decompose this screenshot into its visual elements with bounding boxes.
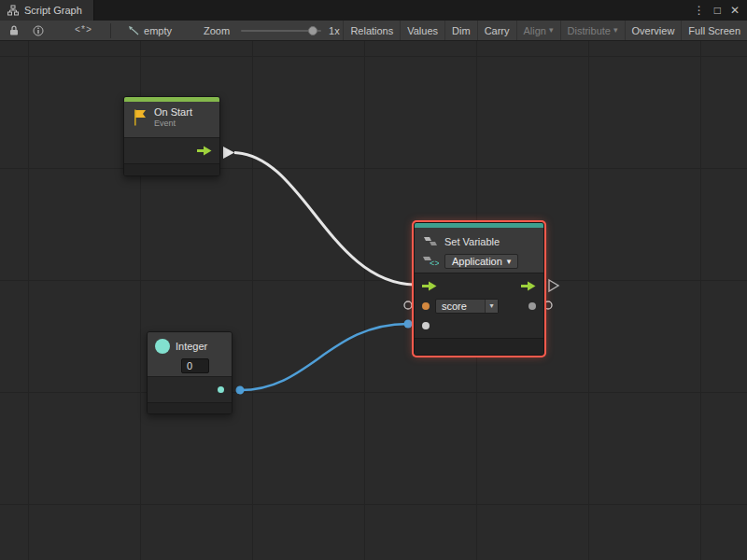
close-icon[interactable]: ✕ (730, 4, 740, 17)
script-graph-window: Script Graph ⋮ □ ✕ <*> empty Zoom 1x Re (0, 0, 747, 560)
zoom-value: 1x (329, 25, 340, 36)
zoom-label: Zoom (204, 25, 230, 36)
name-port-dot[interactable] (422, 302, 430, 310)
integer-out-port-dot[interactable] (218, 386, 224, 393)
overview-button[interactable]: Overview (625, 21, 682, 40)
chevron-down-icon: ▾ (549, 26, 554, 35)
dim-button[interactable]: Dim (444, 21, 477, 40)
flag-icon (132, 108, 148, 127)
align-dropdown-button[interactable]: Align▾ (516, 21, 560, 40)
carry-button[interactable]: Carry (477, 21, 516, 40)
values-button[interactable]: Values (400, 21, 444, 40)
wire-integer-to-setvariable[interactable] (240, 324, 408, 390)
node-integer[interactable]: Integer 0 (147, 331, 233, 414)
flow-out-cap-triangle[interactable] (549, 280, 558, 291)
node-title: Integer (176, 341, 207, 352)
code-icon[interactable]: <*> (75, 25, 92, 35)
lock-icon[interactable] (6, 22, 22, 39)
selection-label: empty (144, 25, 172, 36)
chevron-down-icon: ▾ (485, 300, 498, 313)
node-subtitle: Event (154, 119, 192, 128)
name-port-row: score ▾ (415, 296, 543, 315)
flow-in-port-icon[interactable] (422, 281, 437, 291)
variable-name-dropdown[interactable]: score ▾ (435, 299, 499, 314)
zoom-slider[interactable] (241, 30, 321, 32)
flow-port-row (415, 276, 543, 296)
wire-cap-integer-out (236, 386, 245, 395)
kebab-menu-icon[interactable]: ⋮ (694, 4, 705, 17)
wire-onstart-to-setvariable[interactable] (234, 153, 415, 286)
full-screen-button[interactable]: Full Screen (681, 21, 747, 40)
value-out-cap-circle[interactable] (544, 301, 552, 309)
flow-out-port-icon[interactable] (521, 281, 536, 291)
variables-icon (422, 236, 439, 247)
chevron-down-icon: ▾ (613, 26, 618, 35)
selection-indicator: empty (128, 25, 172, 36)
node-on-start[interactable]: On Start Event (123, 96, 220, 176)
chevron-down-icon: ▾ (507, 258, 512, 266)
tab-label: Script Graph (24, 5, 82, 16)
info-icon[interactable] (30, 22, 47, 39)
toolbar-separator (110, 23, 111, 38)
distribute-dropdown-button[interactable]: Distribute▾ (560, 21, 625, 40)
svg-text:<>: <> (430, 259, 439, 267)
object-icon: <> (422, 256, 439, 267)
graph-canvas[interactable]: On Start Event (0, 41, 747, 560)
title-bar: Script Graph ⋮ □ ✕ (0, 0, 747, 21)
pointer-arrow-icon (128, 25, 139, 35)
node-set-variable[interactable]: Set Variable <> Application ▾ (414, 222, 544, 356)
flow-out-port-icon[interactable] (197, 146, 212, 156)
node-title: On Start (154, 106, 192, 118)
zoom-slider-knob[interactable] (308, 26, 317, 35)
graph-toolbar: <*> empty Zoom 1x Relations Values Dim C… (0, 21, 747, 41)
maximize-icon[interactable]: □ (714, 4, 721, 17)
input-port-row (415, 315, 543, 335)
relations-button[interactable]: Relations (343, 21, 400, 40)
connections-layer (0, 41, 747, 560)
wire-cap-setvariable-in (404, 320, 413, 329)
integer-type-icon (155, 339, 170, 354)
node-title: Set Variable (444, 236, 500, 247)
value-out-port-dot[interactable] (529, 302, 536, 310)
graph-icon (7, 5, 19, 16)
wire-start-cap-triangle (223, 147, 234, 159)
value-in-cap-circle[interactable] (404, 301, 412, 309)
value-in-port-dot[interactable] (422, 322, 430, 329)
scope-dropdown[interactable]: Application ▾ (444, 254, 518, 269)
tab-script-graph[interactable]: Script Graph (0, 0, 94, 21)
integer-value-field[interactable]: 0 (181, 358, 209, 373)
